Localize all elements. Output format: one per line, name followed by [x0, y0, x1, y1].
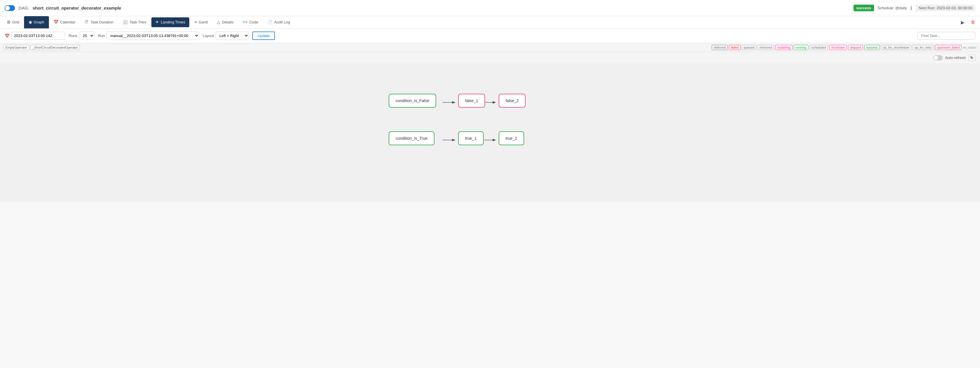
details-icon: △	[217, 20, 220, 24]
date-input[interactable]	[11, 32, 65, 40]
layout-label: Layout	[203, 33, 214, 38]
tab-task-tries[interactable]: ⬜ Task Tries	[118, 16, 151, 29]
tab-calendar[interactable]: 📅 Calendar	[49, 16, 80, 29]
tab-audit-log[interactable]: 📄 Audit Log	[263, 16, 294, 29]
status-success[interactable]: success	[864, 45, 880, 50]
top-bar-right: success Schedule: @daily ℹ Next Run: 202…	[854, 5, 975, 11]
tab-details[interactable]: △ Details	[212, 16, 238, 29]
status-badge: success	[854, 5, 874, 11]
date-group: 📅	[5, 32, 65, 40]
tab-calendar-label: Calendar	[60, 20, 76, 24]
status-tags: deferred failed queued removed restartin…	[712, 45, 977, 50]
runs-select[interactable]: 25	[79, 32, 94, 40]
operator-tag-empty[interactable]: EmptyOperator	[3, 45, 29, 50]
dag-toggle[interactable]	[5, 5, 15, 11]
controls-bar: 📅 Runs 25 Run manual__2023-02-03T13:05:1…	[0, 29, 980, 43]
layout-group: Layout Left > Right Top > Bottom	[203, 32, 249, 40]
node-true-2[interactable]: true_2	[499, 131, 524, 145]
runs-group: Runs 25	[68, 32, 94, 40]
tab-graph[interactable]: ◉ Graph	[24, 16, 49, 29]
nav-tabs: ⊞ Grid ◉ Graph 📅 Calendar ⏱ Task Duratio…	[0, 16, 980, 29]
operator-tag-shortcircuit[interactable]: _ShortCircuitDecoratedOperator	[30, 45, 80, 50]
status-restarting[interactable]: restarting	[775, 45, 792, 50]
status-queued[interactable]: queued	[742, 45, 757, 50]
auto-refresh-toggle[interactable]	[934, 55, 943, 60]
search-group	[918, 32, 975, 40]
tab-audit-log-label: Audit Log	[274, 20, 290, 24]
node-condition-is-true[interactable]: condition_is_True	[389, 131, 434, 145]
grid-icon: ⊞	[7, 20, 10, 24]
status-no-status: no_status	[963, 46, 977, 49]
gantt-icon: ≡	[194, 20, 197, 24]
tab-details-label: Details	[222, 20, 234, 24]
landing-times-icon: ✈	[156, 20, 159, 24]
dag-prefix-label: DAG:	[19, 5, 29, 10]
task-duration-icon: ⏱	[84, 20, 89, 24]
next-run-label: Next Run: 2023-02-03, 00:00:00	[916, 5, 975, 11]
status-upstream-failed[interactable]: upstream_failed	[935, 45, 961, 50]
node-false-2[interactable]: false_2	[499, 94, 526, 108]
info-icon: ℹ	[910, 5, 912, 11]
trigger-dag-button[interactable]: ▶	[958, 17, 967, 27]
tab-code[interactable]: <> Code	[238, 16, 263, 29]
status-failed[interactable]: failed	[729, 45, 740, 50]
tab-graph-label: Graph	[34, 20, 44, 24]
legend-bar: EmptyOperator _ShortCircuitDecoratedOper…	[0, 43, 980, 52]
audit-log-icon: 📄	[267, 20, 272, 24]
status-scheduled[interactable]: scheduled	[810, 45, 828, 50]
search-input[interactable]	[918, 32, 975, 40]
run-label: Run	[98, 33, 105, 38]
status-running[interactable]: running	[794, 45, 808, 50]
update-button[interactable]: Update	[252, 32, 275, 40]
status-up-reschedule[interactable]: up_for_reschedule	[881, 45, 912, 50]
node-true-1[interactable]: true_1	[458, 131, 484, 145]
status-removed[interactable]: removed	[757, 45, 774, 50]
task-tries-icon: ⬜	[123, 20, 128, 24]
run-select[interactable]: manual__2023-02-03T13:05:13.438791+00:00	[107, 32, 199, 40]
tab-code-label: Code	[249, 20, 258, 24]
run-group: Run manual__2023-02-03T13:05:13.438791+0…	[98, 32, 199, 40]
node-false-1[interactable]: false_1	[458, 94, 485, 108]
delete-dag-button[interactable]: 🗑	[969, 17, 978, 27]
top-bar: DAG: short_circuit_operator_decorator_ex…	[0, 0, 980, 16]
status-deferred[interactable]: deferred	[712, 45, 728, 50]
auto-refresh-bar: Auto-refresh ↻	[0, 52, 980, 63]
tab-landing-times-label: Landing Times	[161, 20, 185, 24]
refresh-button[interactable]: ↻	[968, 54, 975, 61]
layout-select[interactable]: Left > Right Top > Bottom	[216, 32, 249, 40]
graph-canvas[interactable]: condition_is_False false_1 false_2 condi…	[0, 63, 980, 202]
dag-name-label: short_circuit_operator_decorator_example	[33, 5, 121, 10]
code-icon: <>	[243, 20, 247, 24]
tab-task-duration-label: Task Duration	[90, 20, 113, 24]
status-skipped[interactable]: skipped	[848, 45, 863, 50]
auto-refresh-label: Auto-refresh	[945, 56, 966, 60]
tab-grid-label: Grid	[12, 20, 19, 24]
graph-icon: ◉	[29, 20, 32, 24]
tab-task-duration[interactable]: ⏱ Task Duration	[80, 16, 118, 29]
nav-right-actions: ▶ 🗑	[958, 17, 978, 27]
tab-gantt[interactable]: ≡ Gantt	[190, 16, 212, 29]
calendar-icon: 📅	[54, 20, 59, 24]
status-up-retry[interactable]: up_for_retry	[913, 45, 934, 50]
node-condition-is-false[interactable]: condition_is_False	[389, 94, 436, 108]
tab-task-tries-label: Task Tries	[129, 20, 146, 24]
tab-gantt-label: Gantt	[199, 20, 208, 24]
status-shutdown[interactable]: shutdown	[829, 45, 847, 50]
graph-content: condition_is_False false_1 false_2 condi…	[389, 87, 591, 179]
runs-label: Runs	[68, 33, 77, 38]
tab-landing-times[interactable]: ✈ Landing Times	[151, 17, 189, 27]
schedule-label: Schedule: @daily	[878, 6, 907, 10]
calendar-ctrl-icon: 📅	[5, 33, 10, 38]
tab-grid[interactable]: ⊞ Grid	[2, 16, 24, 29]
